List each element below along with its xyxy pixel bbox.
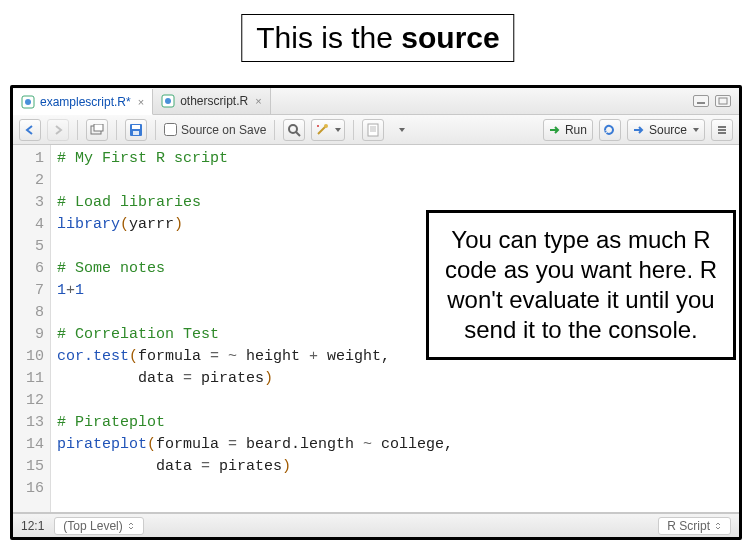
code-line[interactable] [57,390,733,412]
r-file-icon [21,95,35,109]
code-line[interactable]: # My First R script [57,148,733,170]
maximize-pane-icon[interactable] [715,95,731,107]
line-number: 13 [13,412,44,434]
close-icon[interactable]: × [138,96,144,108]
show-in-new-window-button[interactable] [86,119,108,141]
close-icon[interactable]: × [255,95,261,107]
svg-rect-9 [132,125,140,129]
r-file-icon [161,94,175,108]
line-number: 7 [13,280,44,302]
code-line[interactable] [57,478,733,500]
tab-bar: examplescript.R* × otherscript.R × [13,88,739,115]
filetype-label: R Script [667,519,710,533]
filetype-selector[interactable]: R Script [658,517,731,535]
outline-toggle-button[interactable] [711,119,733,141]
compile-report-button[interactable] [362,119,384,141]
svg-rect-14 [368,124,378,136]
source-on-save-checkbox[interactable]: Source on Save [164,123,266,137]
document-outline-button[interactable] [390,119,412,141]
svg-rect-10 [133,131,139,135]
separator [116,120,117,140]
find-button[interactable] [283,119,305,141]
line-number: 14 [13,434,44,456]
rerun-button[interactable] [599,119,621,141]
status-bar: 12:1 (Top Level) R Script [13,513,739,537]
code-line[interactable]: # Pirateplot [57,412,733,434]
tab-label: examplescript.R* [40,95,131,109]
editor-toolbar: Source on Save Run Source [13,115,739,145]
tab-otherscript[interactable]: otherscript.R × [153,88,270,114]
line-number: 4 [13,214,44,236]
run-button[interactable]: Run [543,119,593,141]
svg-point-3 [165,98,171,104]
line-number: 6 [13,258,44,280]
source-button[interactable]: Source [627,119,705,141]
line-number: 11 [13,368,44,390]
svg-point-13 [324,124,328,128]
run-label: Run [565,123,587,137]
minimize-pane-icon[interactable] [693,95,709,107]
scope-label: (Top Level) [63,519,122,533]
line-number: 2 [13,170,44,192]
svg-rect-7 [94,124,103,131]
svg-rect-4 [697,102,705,104]
tab-examplescript[interactable]: examplescript.R* × [13,89,153,115]
tab-label: otherscript.R [180,94,248,108]
line-number: 10 [13,346,44,368]
line-number: 5 [13,236,44,258]
title-banner: This is the source [241,14,514,62]
svg-point-1 [25,99,31,105]
code-line[interactable] [57,170,733,192]
code-line[interactable]: data = pirates) [57,368,733,390]
source-label: Source [649,123,687,137]
chevron-down-icon [693,128,699,132]
source-on-save-input[interactable] [164,123,177,136]
svg-line-12 [296,132,300,136]
scope-selector[interactable]: (Top Level) [54,517,143,535]
title-bold: source [401,21,499,54]
separator [155,120,156,140]
code-line[interactable]: pirateplot(formula = beard.length ~ coll… [57,434,733,456]
svg-point-11 [289,125,297,133]
window-controls [693,88,739,114]
separator [77,120,78,140]
code-line[interactable]: data = pirates) [57,456,733,478]
forward-button[interactable] [47,119,69,141]
separator [353,120,354,140]
line-number: 15 [13,456,44,478]
line-number: 9 [13,324,44,346]
line-number-gutter: 12345678910111213141516 [13,145,51,512]
source-on-save-label: Source on Save [181,123,266,137]
chevron-down-icon [335,128,341,132]
annotation-callout: You can type as much R code as you want … [426,210,736,360]
separator [274,120,275,140]
callout-text: You can type as much R code as you want … [445,226,717,343]
line-number: 1 [13,148,44,170]
line-number: 12 [13,390,44,412]
line-number: 8 [13,302,44,324]
svg-rect-5 [719,98,727,104]
save-button[interactable] [125,119,147,141]
back-button[interactable] [19,119,41,141]
chevron-down-icon [399,128,405,132]
line-number: 3 [13,192,44,214]
title-prefix: This is the [256,21,401,54]
code-tools-button[interactable] [311,119,345,141]
cursor-position[interactable]: 12:1 [21,519,44,533]
line-number: 16 [13,478,44,500]
